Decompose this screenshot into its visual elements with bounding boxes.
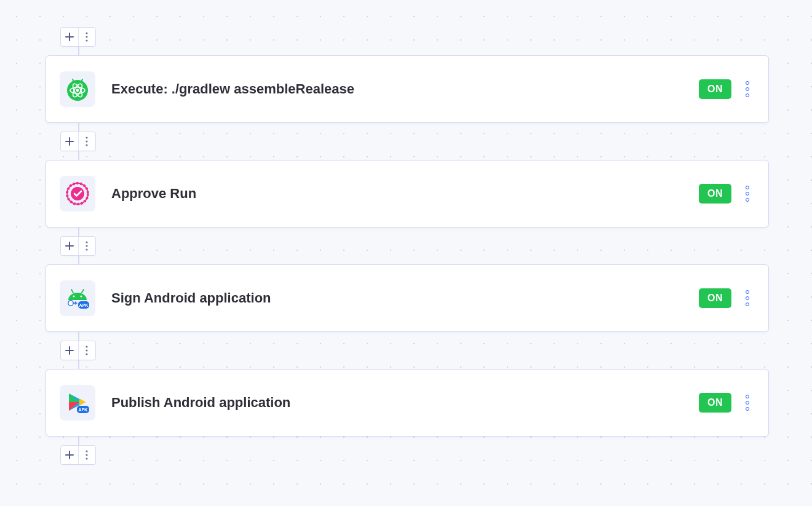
dot-icon: [746, 395, 749, 398]
svg-point-8: [86, 248, 88, 250]
dot-icon: [746, 296, 749, 300]
more-options-button[interactable]: [79, 132, 96, 151]
svg-point-3: [86, 136, 88, 138]
workflow-step[interactable]: APK Sign Android application ON: [46, 264, 769, 332]
plus-icon: [65, 33, 74, 41]
approve-icon: [65, 181, 90, 206]
step-toggle[interactable]: ON: [699, 184, 731, 204]
svg-point-14: [86, 457, 88, 459]
add-step-group: [60, 445, 96, 465]
more-options-button[interactable]: [79, 28, 96, 46]
step-title: Execute: ./gradlew assembleRealease: [111, 81, 699, 97]
svg-point-7: [86, 245, 88, 247]
svg-point-2: [86, 39, 88, 41]
svg-point-1: [86, 36, 88, 38]
more-vertical-icon: [86, 32, 88, 42]
svg-point-6: [86, 241, 88, 243]
step-icon-wrap: [60, 71, 95, 107]
sign-android-icon: APK: [65, 285, 90, 311]
svg-point-12: [86, 450, 88, 452]
dot-icon: [746, 401, 749, 405]
connector-line: [78, 47, 79, 55]
svg-marker-35: [79, 398, 86, 406]
svg-text:APK: APK: [79, 408, 88, 412]
add-step-button[interactable]: [61, 132, 78, 151]
svg-point-13: [86, 454, 88, 456]
step-title: Approve Run: [111, 186, 699, 202]
plus-icon: [65, 346, 74, 355]
step-more-button[interactable]: [742, 393, 752, 412]
more-vertical-icon: [86, 241, 88, 251]
svg-point-0: [86, 32, 88, 34]
more-options-button[interactable]: [79, 341, 96, 360]
add-step-button[interactable]: [61, 341, 78, 360]
svg-point-27: [73, 295, 74, 297]
step-more-button[interactable]: [742, 289, 752, 307]
more-options-button[interactable]: [79, 237, 96, 255]
svg-point-4: [86, 140, 88, 142]
svg-line-26: [82, 290, 84, 293]
svg-point-29: [68, 301, 73, 306]
add-step-group: [60, 132, 96, 151]
svg-line-25: [71, 290, 73, 293]
add-step-group: [60, 341, 96, 360]
dot-icon: [746, 290, 749, 294]
step-toggle[interactable]: ON: [699, 288, 731, 308]
plus-icon: [65, 451, 74, 459]
add-step-button[interactable]: [61, 28, 78, 46]
add-step-button[interactable]: [61, 237, 78, 255]
svg-text:APK: APK: [79, 303, 89, 307]
more-vertical-icon: [86, 346, 88, 355]
step-toggle[interactable]: ON: [699, 393, 731, 413]
add-step-group: [60, 27, 96, 47]
step-more-button[interactable]: [742, 184, 752, 203]
step-more-button[interactable]: [742, 80, 752, 98]
svg-point-11: [86, 353, 88, 355]
step-icon-wrap: [60, 176, 95, 211]
svg-point-10: [86, 349, 88, 351]
step-title: Publish Android application: [111, 395, 699, 411]
svg-point-5: [86, 144, 88, 146]
step-icon-wrap: APK: [60, 280, 95, 316]
svg-point-24: [71, 187, 84, 200]
plus-icon: [65, 242, 74, 250]
add-step-button[interactable]: [61, 446, 78, 464]
dot-icon: [746, 192, 749, 196]
dot-icon: [746, 186, 749, 189]
react-android-icon: [65, 77, 90, 101]
step-toggle[interactable]: ON: [699, 79, 731, 99]
workflow-step[interactable]: Execute: ./gradlew assembleRealease ON: [46, 55, 769, 123]
step-icon-wrap: APK: [60, 385, 95, 421]
add-step-group: [60, 236, 96, 256]
dot-icon: [746, 198, 749, 202]
workflow-step[interactable]: APK Publish Android application ON: [46, 369, 769, 437]
svg-point-21: [76, 89, 79, 92]
step-title: Sign Android application: [111, 290, 699, 306]
dot-icon: [746, 407, 749, 411]
svg-point-28: [80, 295, 82, 297]
dot-icon: [746, 87, 749, 91]
dot-icon: [746, 81, 749, 85]
svg-point-9: [86, 346, 88, 347]
workflow-step[interactable]: Approve Run ON: [46, 160, 769, 227]
dot-icon: [746, 93, 749, 97]
plus-icon: [65, 137, 74, 146]
more-vertical-icon: [86, 136, 88, 146]
publish-android-icon: APK: [65, 390, 90, 416]
dot-icon: [746, 302, 749, 306]
more-vertical-icon: [86, 450, 88, 460]
more-options-button[interactable]: [79, 446, 96, 464]
